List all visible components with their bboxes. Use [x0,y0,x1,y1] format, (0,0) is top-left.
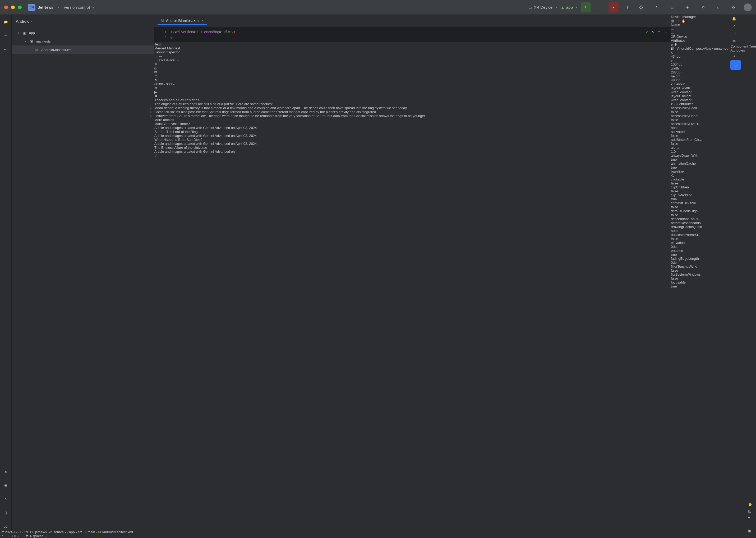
attr-row[interactable]: x434dp [671,50,730,58]
eye-icon[interactable]: 👁 [154,62,671,66]
attr-value[interactable]: false [671,213,730,217]
attr-row[interactable]: animationCachetrue [671,161,730,169]
branch-icon[interactable]: ⎇ [0,530,4,534]
editor-tab-more[interactable]: ⋮ [664,19,668,23]
tree-app[interactable]: ▾ ▣ app [12,28,154,37]
zoom-out-icon[interactable]: − [748,522,752,526]
search-icon[interactable]: ⌕ [671,42,673,46]
attr-value[interactable]: false [671,142,730,146]
more-articles-card[interactable]: More articles Mars: Our Next Home?Articl… [154,118,671,153]
gem-icon[interactable]: ◈ [2,468,10,475]
attr-value[interactable]: auto [671,229,730,233]
chevron-down-icon[interactable]: ⌄ [664,30,667,34]
attr-row[interactable]: clipToPaddingtrue [671,193,730,201]
attr-value[interactable]: false [671,237,730,241]
attr-row[interactable]: fitsSystemWindowsfalse [671,272,730,280]
attr-row[interactable]: addStatesFromCh…false [671,138,730,146]
device-selector[interactable]: ▭ XR Device ▾ [528,5,557,10]
more-article-item[interactable]: What Happens if the Sun Dies?Article and… [154,138,671,146]
attr-row[interactable]: filterTouchesWhe…false [671,264,730,272]
overlay-icon[interactable]: ◫ [154,74,671,78]
tree-manifest-file[interactable]: M AndroidManifest.xml [12,45,154,54]
more-article-item[interactable]: The Endless Allure of the UniverseArticl… [154,146,671,153]
attr-row[interactable]: width288dp [671,66,730,74]
stop-button[interactable]: ■ [609,2,618,12]
add-icon[interactable]: + [675,19,677,23]
search-icon[interactable]: ⌕ [713,2,723,12]
attr-value[interactable]: false [671,268,730,272]
play-icon[interactable]: ▶ [154,90,671,94]
file-encoding[interactable]: UTF-8 [11,534,21,538]
attr-value[interactable]: false [671,189,730,193]
attr-row[interactable]: descendantFocus…beforeDescendants [671,217,730,225]
attr-row[interactable]: activatedfalse [671,130,730,138]
editor-tab[interactable]: M AndroidManifest.xml × [157,17,207,25]
attr-value[interactable]: 0dp [671,245,730,249]
problems-status-icon[interactable]: ⚑ [26,534,29,538]
attr-row[interactable]: baseline-1 [671,169,730,177]
attr-value[interactable]: true [671,165,730,169]
more-article-item[interactable]: Saturn: The Lord of the RingsArticle and… [154,130,671,138]
assist-icon[interactable]: ⌕ [730,60,741,70]
attr-value[interactable]: false [671,110,730,114]
refresh-icon[interactable]: ↻ [154,78,671,82]
attr-value[interactable]: 1.0 [671,149,730,153]
more-icon[interactable]: ⋮ [622,2,632,12]
col-name[interactable]: Name [671,23,730,27]
sync-icon[interactable]: ↻ [652,2,662,12]
attr-value[interactable]: wrap_content [671,98,730,102]
grid-icon[interactable]: ▦ [671,19,674,23]
close-window[interactable] [4,6,8,9]
more-article-item[interactable]: Mars: Our Next Home?Article and images c… [154,122,671,130]
attr-value[interactable]: false [671,276,730,280]
layout-canvas[interactable]: 00:00 · 00:17 ⚙ ▶ ⏸ Theories about Satu [154,82,671,157]
attr-row[interactable]: contextClickablefalse [671,201,730,209]
cursor-position[interactable]: 1:1 [0,534,5,538]
attr-value[interactable]: 434dp [671,54,730,58]
breadcrumb-app[interactable]: app [69,530,75,534]
attr-value[interactable]: true [671,197,730,201]
attr-row[interactable]: enabledtrue [671,249,730,257]
pause-icon[interactable]: ⏸ [154,94,671,98]
attributes-tab[interactable]: Attributes [730,48,756,52]
line-ending[interactable]: LF [6,534,10,538]
attr-value[interactable]: true [671,157,730,161]
attr-value[interactable]: 1004dp [671,62,730,66]
pan-icon[interactable]: ✋ [748,502,752,506]
attr-row[interactable]: clickablefalse [671,177,730,185]
device-icon[interactable]: ▭ [730,29,738,37]
attr-value[interactable]: 288dp [671,70,730,74]
wifi-icon[interactable]: ⌔ [678,19,680,23]
emulator-icon[interactable]: ▭ [730,37,738,44]
attr-row[interactable]: accessibilityFocu…false [671,106,730,114]
gear-icon[interactable]: ⚙ [154,86,671,90]
fit-icon[interactable]: ▣ [748,529,752,533]
user-avatar[interactable] [744,3,752,11]
breadcrumb-file[interactable]: AndroidManifest.xml [102,530,133,534]
attr-row[interactable]: elevation0dp [671,241,730,249]
attr-value[interactable]: true [671,284,730,288]
attr-row[interactable]: accessibilityHeadi…false [671,114,730,122]
zoom-in-icon[interactable]: + [748,515,752,519]
attr-row[interactable]: defaultFocusHighli…false [671,209,730,217]
profiler-icon[interactable]: ◈ [682,2,693,12]
snapshot-icon[interactable]: ⎙ [154,66,671,70]
git-branch[interactable]: 2024-12-05_RC11_jetnews_xr_source [5,530,64,534]
attr-value[interactable]: false [671,134,730,138]
device-row[interactable]: XR Device [671,34,730,38]
attr-section[interactable]: ▾All Attributes [671,102,730,106]
attr-row[interactable]: y1004dp [671,58,730,66]
minimize-icon[interactable]: — [159,54,162,58]
code-editor[interactable]: 1 <?xml version="1.0" encoding="utf-8"?>… [154,27,671,42]
attr-value[interactable]: 0dp [671,260,730,264]
attr-row[interactable]: drawingCacheQualitauto [671,225,730,233]
vcs-icon[interactable]: ⎇ [2,523,10,530]
attr-value[interactable]: none [671,126,730,130]
subtab-merged[interactable]: Merged Manifest [154,46,671,50]
indent-settings[interactable]: 4 spaces [29,534,43,538]
layers-icon[interactable]: ⧉ [154,70,671,74]
actions-icon[interactable]: ⟲ [698,2,708,12]
attr-row[interactable]: fadingEdgeLength0dp [671,257,730,264]
attr-value[interactable]: 480dp [671,78,730,82]
notifications-icon[interactable]: 🔔 [730,15,738,22]
